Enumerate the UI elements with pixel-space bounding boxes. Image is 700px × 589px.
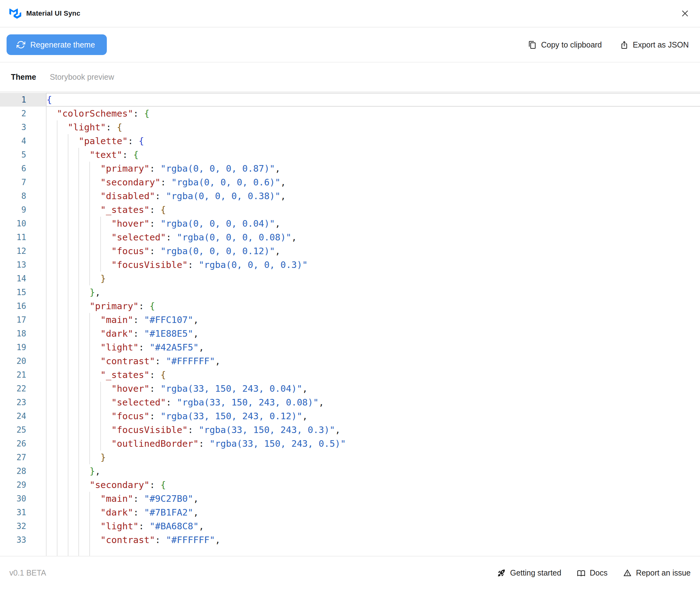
code-line-33[interactable]: 33 "contrast": "#FFFFFF", <box>0 533 700 547</box>
code-line-content: "light": "#BA68C8", <box>46 519 700 533</box>
code-line-content: "_states": { <box>46 203 700 217</box>
line-number: 14 <box>0 272 46 285</box>
toolbar: Regenerate theme Copy to clipboard Expor… <box>0 27 700 62</box>
code-line-13[interactable]: 13 "focusVisible": "rgba(0, 0, 0, 0.3)" <box>0 258 700 272</box>
code-line-content: "primary": { <box>46 299 700 313</box>
code-line-19[interactable]: 19 "light": "#42A5F5", <box>0 341 700 354</box>
line-number: 5 <box>0 148 46 162</box>
code-line-content: "hover": "rgba(0, 0, 0, 0.04)", <box>46 217 700 230</box>
code-line-content: } <box>46 450 700 464</box>
code-line-30[interactable]: 30 "main": "#9C27B0", <box>0 492 700 506</box>
getting-started-label: Getting started <box>510 568 561 577</box>
code-line-31[interactable]: 31 "dark": "#7B1FA2", <box>0 506 700 519</box>
line-number: 28 <box>0 464 46 478</box>
code-line-3[interactable]: 3 "light": { <box>0 120 700 134</box>
code-line-15[interactable]: 15 }, <box>0 285 700 299</box>
code-line-content: "focus": "rgba(0, 0, 0, 0.12)", <box>46 244 700 258</box>
code-line-content: "_states": { <box>46 368 700 382</box>
code-line-content: "focusVisible": "rgba(0, 0, 0, 0.3)" <box>46 258 700 272</box>
line-number: 21 <box>0 368 46 382</box>
report-issue-label: Report an issue <box>636 568 691 577</box>
line-number: 27 <box>0 450 46 464</box>
regenerate-theme-label: Regenerate theme <box>30 40 95 49</box>
line-number: 32 <box>0 519 46 533</box>
line-number: 10 <box>0 217 46 230</box>
code-line-24[interactable]: 24 "focus": "rgba(33, 150, 243, 0.12)", <box>0 409 700 423</box>
version-label: v0.1 BETA <box>9 568 46 577</box>
code-line-content: "palette": { <box>46 134 700 148</box>
code-line-32[interactable]: 32 "light": "#BA68C8", <box>0 519 700 533</box>
code-line-content: "dark": "#7B1FA2", <box>46 506 700 519</box>
code-line-2[interactable]: 2 "colorSchemes": { <box>0 107 700 120</box>
code-line-content: "dark": "#1E88E5", <box>46 327 700 341</box>
rocket-icon <box>497 569 506 577</box>
export-as-json-button[interactable]: Export as JSON <box>620 40 689 49</box>
line-number: 13 <box>0 258 46 272</box>
getting-started-link[interactable]: Getting started <box>497 568 561 577</box>
copy-to-clipboard-button[interactable]: Copy to clipboard <box>528 40 602 49</box>
export-as-json-label: Export as JSON <box>633 40 689 49</box>
regenerate-theme-button[interactable]: Regenerate theme <box>7 34 107 55</box>
code-editor[interactable]: 1{2 "colorSchemes": {3 "light": {4 "pale… <box>0 92 700 556</box>
code-line-8[interactable]: 8 "disabled": "rgba(0, 0, 0, 0.38)", <box>0 189 700 203</box>
code-line-25[interactable]: 25 "focusVisible": "rgba(33, 150, 243, 0… <box>0 423 700 437</box>
mui-logo-icon <box>9 8 21 19</box>
tab-storybook-preview[interactable]: Storybook preview <box>50 72 114 81</box>
code-line-5[interactable]: 5 "text": { <box>0 148 700 162</box>
code-line-content: "primary": "rgba(0, 0, 0, 0.87)", <box>46 162 700 175</box>
code-line-26[interactable]: 26 "outlinedBorder": "rgba(33, 150, 243,… <box>0 437 700 450</box>
code-line-6[interactable]: 6 "primary": "rgba(0, 0, 0, 0.87)", <box>0 162 700 175</box>
code-line-content: "focus": "rgba(33, 150, 243, 0.12)", <box>46 409 700 423</box>
line-number: 30 <box>0 492 46 506</box>
code-line-27[interactable]: 27 } <box>0 450 700 464</box>
code-line-21[interactable]: 21 "_states": { <box>0 368 700 382</box>
line-number: 12 <box>0 244 46 258</box>
code-line-16[interactable]: 16 "primary": { <box>0 299 700 313</box>
copy-icon <box>528 41 537 49</box>
close-button[interactable] <box>679 7 691 20</box>
code-line-content: "hover": "rgba(33, 150, 243, 0.04)", <box>46 382 700 395</box>
code-line-28[interactable]: 28 }, <box>0 464 700 478</box>
code-line-content: "contrast": "#FFFFFF", <box>46 354 700 368</box>
page-title: Material UI Sync <box>26 9 80 17</box>
line-number: 33 <box>0 533 46 547</box>
line-number: 23 <box>0 395 46 409</box>
line-number: 31 <box>0 506 46 519</box>
code-line-9[interactable]: 9 "_states": { <box>0 203 700 217</box>
tab-theme[interactable]: Theme <box>11 72 36 81</box>
code-line-29[interactable]: 29 "secondary": { <box>0 478 700 492</box>
code-line-4[interactable]: 4 "palette": { <box>0 134 700 148</box>
code-line-23[interactable]: 23 "selected": "rgba(33, 150, 243, 0.08)… <box>0 395 700 409</box>
code-line-12[interactable]: 12 "focus": "rgba(0, 0, 0, 0.12)", <box>0 244 700 258</box>
code-line-content: "secondary": "rgba(0, 0, 0, 0.6)", <box>46 175 700 189</box>
line-number: 18 <box>0 327 46 341</box>
line-number: 26 <box>0 437 46 450</box>
code-line-content: "colorSchemes": { <box>46 107 700 120</box>
code-line-content: } <box>46 272 700 285</box>
code-line-content: "main": "#FFC107", <box>46 313 700 327</box>
line-number: 19 <box>0 341 46 354</box>
material-ui-sync-panel: Material UI Sync Regenerate theme Copy <box>0 0 700 589</box>
docs-link[interactable]: Docs <box>577 568 608 577</box>
code-line-content: }, <box>46 285 700 299</box>
line-number: 16 <box>0 299 46 313</box>
code-line-14[interactable]: 14 } <box>0 272 700 285</box>
code-line-17[interactable]: 17 "main": "#FFC107", <box>0 313 700 327</box>
line-number: 22 <box>0 382 46 395</box>
line-number: 8 <box>0 189 46 203</box>
close-icon <box>680 9 690 18</box>
line-number: 2 <box>0 107 46 120</box>
report-issue-link[interactable]: Report an issue <box>623 568 691 577</box>
code-line-7[interactable]: 7 "secondary": "rgba(0, 0, 0, 0.6)", <box>0 175 700 189</box>
line-number: 20 <box>0 354 46 368</box>
code-line-1[interactable]: 1{ <box>0 93 700 107</box>
code-line-content: "contrast": "#FFFFFF", <box>46 533 700 547</box>
code-line-22[interactable]: 22 "hover": "rgba(33, 150, 243, 0.04)", <box>0 382 700 395</box>
line-number: 6 <box>0 162 46 175</box>
footer-links: Getting started Docs Report an issue <box>497 568 691 577</box>
code-line-20[interactable]: 20 "contrast": "#FFFFFF", <box>0 354 700 368</box>
code-line-18[interactable]: 18 "dark": "#1E88E5", <box>0 327 700 341</box>
line-number: 7 <box>0 175 46 189</box>
code-line-10[interactable]: 10 "hover": "rgba(0, 0, 0, 0.04)", <box>0 217 700 230</box>
code-line-11[interactable]: 11 "selected": "rgba(0, 0, 0, 0.08)", <box>0 230 700 244</box>
